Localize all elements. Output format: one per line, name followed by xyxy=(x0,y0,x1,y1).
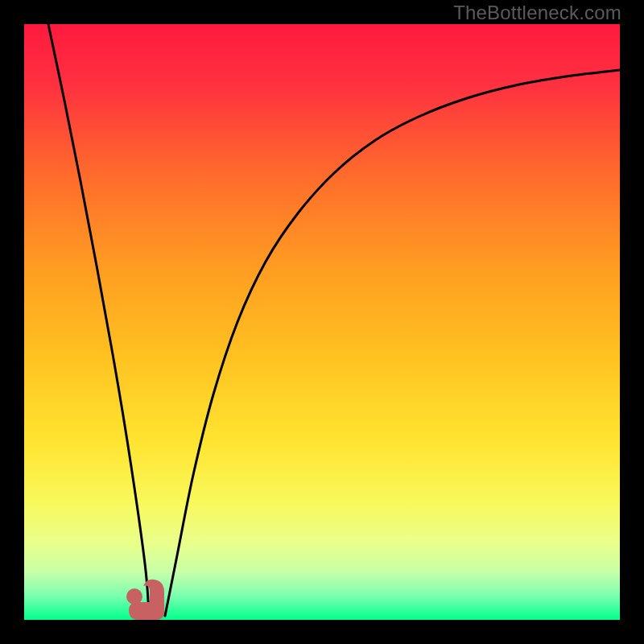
watermark-text: TheBottleneck.com xyxy=(453,2,621,24)
chart-svg xyxy=(24,24,620,620)
gradient-background xyxy=(24,24,620,620)
marker-dot-icon xyxy=(126,588,142,605)
chart-frame: TheBottleneck.com xyxy=(0,0,644,644)
plot-area xyxy=(24,24,620,620)
